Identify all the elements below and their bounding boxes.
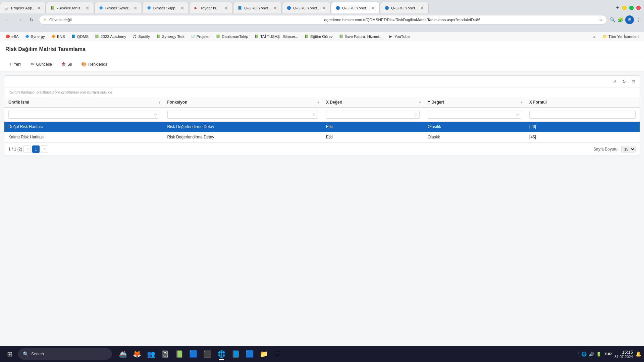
tab-close-button[interactable]: ✕ [133, 6, 138, 10]
next-page-button[interactable]: › [41, 145, 48, 153]
taskbar-app-turkey-ship[interactable]: 🚢 [116, 347, 129, 361]
filter-xformul-input[interactable] [532, 113, 633, 117]
bookmark-item-youtube[interactable]: ▶ YouTube [386, 34, 412, 40]
browser-tab-5[interactable]: ▶ Toygar Is... ✕ [189, 2, 233, 13]
bookmarks-more-button[interactable]: » [590, 32, 599, 41]
filter-grafik-input[interactable] [11, 113, 153, 117]
filter-x-funnel-icon[interactable]: ▽ [415, 113, 417, 117]
col-y-filter-icon[interactable]: ▼ [520, 101, 523, 104]
all-bookmarks-folder[interactable]: 📁 Tüm Yer İşaretleri [600, 34, 641, 40]
minimize-button[interactable]: ─ [622, 6, 627, 10]
bookmark-item-synergy[interactable]: 🔷 Synergy [22, 34, 48, 40]
col-fonksiyon-filter-icon[interactable]: ▼ [317, 101, 320, 104]
close-button[interactable]: ✕ [636, 6, 641, 10]
taskbar-app-app2[interactable]: 🦊 [130, 347, 144, 361]
grid-reset-button[interactable]: ↗ [611, 78, 618, 85]
bookmark-item-tai--tusa----bimser---[interactable]: 📗 TAİ TUSAŞ - Bimser... [252, 34, 301, 40]
browser-tab-3[interactable]: 🔷 Bimser Syner... ✕ [94, 2, 142, 13]
browser-tab-6[interactable]: 📘 Q-GRC Yönet... ✕ [233, 2, 282, 13]
bookmark-favicon: 📗 [216, 34, 220, 39]
tab-close-button[interactable]: ✕ [180, 6, 184, 10]
reload-button[interactable]: ↻ [27, 15, 36, 24]
network-icon[interactable]: 🌐 [581, 352, 587, 357]
bookmark-item-e-itim-g-rev[interactable]: 📗 Eğitim Görev [302, 34, 335, 40]
table-row[interactable]: Kalıntı Risk Haritası Risk Değerlendirme… [4, 132, 640, 142]
browser-tab-8[interactable]: 🔵 Q-GRC Yönet... ✕ [331, 2, 380, 13]
taskbar-app-app-dark[interactable]: ⬛ [201, 347, 214, 361]
tab-close-button[interactable]: ✕ [420, 6, 424, 10]
browser-tab-2[interactable]: 📗 -BimserDanis... ✕ [46, 2, 94, 13]
taskbar-app-teams2[interactable]: 🟦 [186, 347, 200, 361]
taskbar-search-label: Search [31, 352, 44, 356]
notifications-icon[interactable]: 🔔 [636, 351, 641, 357]
tab-close-button[interactable]: ✕ [37, 6, 41, 10]
battery-icon[interactable]: 🔋 [596, 352, 601, 357]
search-icon[interactable]: 🔍 [610, 17, 615, 22]
bookmark-favicon: 📘 [71, 34, 76, 39]
col-x-filter-icon[interactable]: ▼ [418, 101, 422, 104]
table-row[interactable]: Doğal Risk Haritası Risk Değerlendirme D… [4, 122, 640, 132]
grid-export-button[interactable]: ⊡ [630, 78, 637, 85]
language-indicator[interactable]: TUR [604, 352, 612, 356]
bookmark-item-projeler[interactable]: 📊 Projeler [188, 34, 213, 40]
taskbar-app-teams3[interactable]: 🟦 [243, 347, 256, 361]
profile-button[interactable]: E [625, 15, 634, 24]
tab-close-button[interactable]: ✕ [86, 6, 90, 10]
taskbar-app-files[interactable]: 📁 [257, 347, 270, 361]
update-button[interactable]: ✏ Güncelle [27, 60, 56, 68]
col-grafik-filter-icon[interactable]: ▼ [158, 101, 161, 104]
more-options-icon[interactable]: ⋮ [636, 17, 641, 23]
taskbar-search-button[interactable]: 🔍 Search [18, 348, 112, 360]
filter-x: ▽ [322, 108, 424, 122]
grid-refresh-button[interactable]: ↻ [620, 78, 628, 85]
tab-close-button[interactable]: ✕ [322, 6, 326, 10]
taskbar-clock[interactable]: 15:15 31.07.2024 [614, 350, 633, 359]
tab-favicon: 📗 [50, 6, 55, 10]
filter-y-funnel-icon[interactable]: ▽ [516, 113, 519, 117]
delete-button[interactable]: 🗑 Sil [57, 60, 76, 68]
tab-close-button[interactable]: ✕ [273, 6, 277, 10]
url-bar[interactable]: ⚠ Güvenli değil qgrcdemo.bimser.com.tr/Q… [39, 15, 607, 24]
start-button[interactable]: ⊞ [3, 347, 17, 361]
filter-y: ▽ [424, 108, 525, 122]
bookmark-item-synergy-test[interactable]: 📗 Synergy Test [153, 34, 187, 40]
browser-tab-7[interactable]: 🔵 Q-GRC Yönet... ✕ [282, 2, 331, 13]
forward-button[interactable]: → [15, 15, 24, 24]
browser-tab-4[interactable]: 🔷 Bimser Supp... ✕ [142, 2, 189, 13]
chevron-up-icon[interactable]: ^ [577, 352, 579, 357]
filter-grafik-funnel-icon[interactable]: ▽ [154, 113, 157, 117]
new-button[interactable]: + Yeni [5, 60, 25, 68]
browser-tab-1[interactable]: 📊 Projeler App... ✕ [0, 2, 46, 13]
filter-x-input[interactable] [328, 113, 413, 117]
bookmark-item-danismantakip[interactable]: 📗 DanismanTakip [213, 34, 251, 40]
bookmark-item-qdms[interactable]: 📘 QDMS [68, 34, 92, 40]
bookmark-item-i-lave-fatura--hizmet---[interactable]: 📗 İlave Fatura. Hizmet... [336, 34, 385, 40]
filter-fonksiyon-input[interactable] [170, 113, 312, 117]
prev-page-button[interactable]: ‹ [23, 145, 31, 153]
pagination: 1 / 1 (2) ‹ 1 › Sayfa Boyutu: 15 25 50 [4, 142, 640, 156]
taskbar-app-chrome[interactable]: 🌐 [215, 347, 228, 361]
new-tab-button[interactable]: + [613, 3, 622, 12]
page-size-select[interactable]: 15 25 50 [621, 146, 636, 153]
toolbar: + Yeni ✏ Güncelle 🗑 Sil 🎨 Renklendir [0, 57, 644, 71]
tab-close-button[interactable]: ✕ [371, 6, 375, 10]
bookmark-item-eba[interactable]: 🔴 eBA [3, 34, 21, 40]
taskbar-app-onenote[interactable]: 📓 [158, 347, 172, 361]
bookmark-item-ens[interactable]: 🔶 ENS [48, 34, 68, 40]
volume-icon[interactable]: 🔊 [589, 352, 594, 357]
colorize-button[interactable]: 🎨 Renklendir [77, 60, 111, 68]
tab-close-button[interactable]: ✕ [224, 6, 228, 10]
bookmark-item-2023-academy[interactable]: 📗 2023 Academy [92, 34, 129, 40]
taskbar-app-teams[interactable]: 👥 [144, 347, 158, 361]
filter-y-input[interactable] [430, 113, 515, 117]
bookmark-star-icon[interactable]: ☆ [599, 17, 603, 22]
taskbar-app-security[interactable]: 🛡 [271, 347, 284, 361]
taskbar-app-word[interactable]: 📘 [229, 347, 242, 361]
back-button[interactable]: ← [3, 15, 12, 24]
extensions-icon[interactable]: 🧩 [618, 17, 623, 22]
taskbar-app-excel[interactable]: 📗 [172, 347, 186, 361]
browser-tab-9[interactable]: 🔵 Q-GRC Yönet... ✕ [380, 2, 429, 13]
bookmark-item-spotify[interactable]: 🎵 Spotify [129, 34, 153, 40]
maximize-button[interactable]: □ [629, 6, 634, 10]
filter-fonksiyon-funnel-icon[interactable]: ▽ [313, 113, 316, 117]
